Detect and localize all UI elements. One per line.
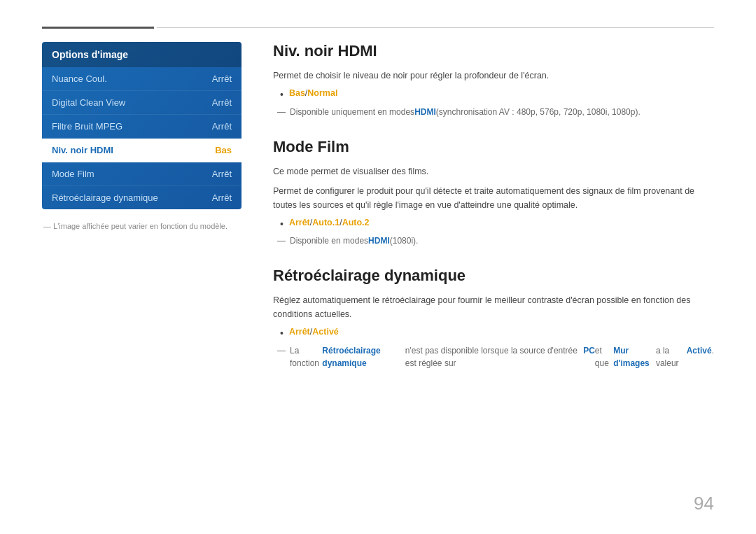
- sidebar-item-niv-noir[interactable]: Niv. noir HDMI Bas: [42, 139, 241, 162]
- sidebar-item-filtre-value: Arrêt: [212, 121, 232, 132]
- sidebar-item-filtre[interactable]: Filtre Bruit MPEG Arrêt: [42, 115, 241, 139]
- sidebar-menu: Options d'image Nuance Coul. Arrêt Digit…: [42, 42, 241, 209]
- retro-note: La fonction Rétroéclairage dynamique n'e…: [277, 344, 714, 370]
- sidebar-item-mode-value: Arrêt: [212, 169, 232, 179]
- sidebar-item-filtre-label: Filtre Bruit MPEG: [52, 121, 122, 132]
- top-line-dark: [42, 27, 154, 29]
- sidebar-item-niv-value: Bas: [215, 145, 232, 155]
- section-retro-desc: Réglez automatiquement le rétroéclairage…: [273, 293, 714, 321]
- niv-noir-bas: Bas: [289, 88, 305, 98]
- sidebar-note: L'image affichée peut varier en fonction…: [42, 222, 241, 230]
- retro-fn-ref: Rétroéclairage dynamique: [322, 344, 405, 370]
- mode-film-hdmi-ref: HDMI: [368, 234, 390, 247]
- retro-activé-ref: Activé: [687, 344, 712, 357]
- retro-mur-ref: Mur d'images: [613, 344, 656, 370]
- mode-film-auto2: Auto.2: [342, 218, 370, 227]
- sidebar-item-niv-label: Niv. noir HDMI: [52, 145, 113, 155]
- sidebar-item-nuance[interactable]: Nuance Coul. Arrêt: [42, 67, 241, 91]
- sidebar-item-digital-label: Digital Clean View: [52, 97, 125, 108]
- niv-noir-note: Disponible uniquement en modes HDMI (syn…: [277, 106, 714, 118]
- section-niv-noir-desc: Permet de choisir le niveau de noir pour…: [273, 69, 714, 83]
- section-mode-film-title: Mode Film: [273, 138, 714, 156]
- mode-film-bullet: Arrêt / Auto.1 / Auto.2: [280, 218, 714, 232]
- sidebar-item-nuance-label: Nuance Coul.: [52, 73, 107, 84]
- retro-arret: Arrêt: [289, 327, 310, 337]
- top-decoration: [42, 27, 714, 29]
- sidebar-item-nuance-value: Arrêt: [212, 73, 232, 84]
- section-retro-title: Rétroéclairage dynamique: [273, 267, 714, 285]
- sidebar-item-digital-clean[interactable]: Digital Clean View Arrêt: [42, 91, 241, 115]
- main-content: Niv. noir HDMI Permet de choisir le nive…: [273, 42, 714, 389]
- retro-active: Activé: [312, 327, 339, 337]
- sidebar-item-retroeclairage[interactable]: Rétroéclairage dynamique Arrêt: [42, 186, 241, 209]
- section-retro: Rétroéclairage dynamique Réglez automati…: [273, 267, 714, 370]
- page-number: 94: [694, 493, 714, 514]
- sidebar-header: Options d'image: [42, 42, 241, 67]
- section-niv-noir-title: Niv. noir HDMI: [273, 42, 714, 60]
- retro-pc-ref: PC: [583, 344, 595, 357]
- section-mode-film-desc2: Permet de configurer le produit pour qu'…: [273, 184, 714, 212]
- section-mode-film-desc1: Ce mode permet de visualiser des films.: [273, 164, 714, 178]
- niv-noir-hdmi-ref: HDMI: [414, 106, 436, 118]
- section-niv-noir: Niv. noir HDMI Permet de choisir le nive…: [273, 42, 714, 118]
- top-line-light: [157, 27, 714, 28]
- mode-film-auto1: Auto.1: [312, 218, 340, 227]
- sidebar-item-mode-film[interactable]: Mode Film Arrêt: [42, 162, 241, 186]
- section-mode-film: Mode Film Ce mode permet de visualiser d…: [273, 138, 714, 248]
- sidebar-item-retro-label: Rétroéclairage dynamique: [52, 192, 158, 203]
- sidebar-item-mode-label: Mode Film: [52, 169, 94, 179]
- sidebar-item-retro-value: Arrêt: [212, 192, 232, 203]
- niv-noir-normal: Normal: [307, 88, 337, 98]
- sidebar: Options d'image Nuance Coul. Arrêt Digit…: [42, 42, 241, 230]
- sidebar-item-digital-value: Arrêt: [212, 97, 232, 108]
- mode-film-arret: Arrêt: [289, 218, 310, 227]
- niv-noir-bullet: Bas / Normal: [280, 88, 714, 102]
- retro-bullet: Arrêt / Activé: [280, 327, 714, 341]
- mode-film-note: Disponible en modes HDMI (1080i).: [277, 234, 714, 247]
